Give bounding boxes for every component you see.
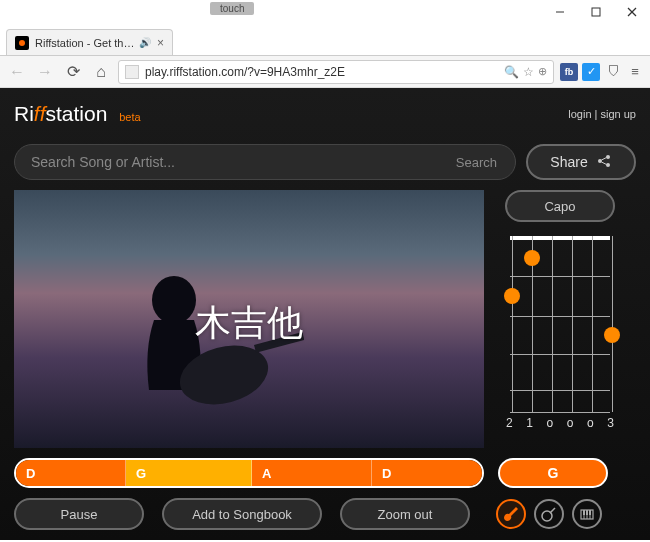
login-link[interactable]: login [568, 108, 591, 120]
extension-icon[interactable]: ✓ [582, 63, 600, 81]
chord-column: Capo 2 1 o [498, 190, 622, 448]
svg-rect-1 [592, 8, 600, 16]
favicon-icon [15, 36, 29, 50]
home-button[interactable]: ⌂ [90, 61, 112, 83]
fret-label: o [587, 416, 594, 430]
logo-ff: ff [34, 102, 46, 125]
chord-timeline[interactable]: D G A D [14, 458, 484, 488]
tab-bar: Riffstation - Get the cl 🔊 × [0, 26, 650, 56]
zoom-out-button[interactable]: Zoom out [340, 498, 470, 530]
ukulele-icon[interactable] [534, 499, 564, 529]
search-button[interactable]: Search [444, 148, 509, 176]
fret-label: o [547, 416, 554, 430]
app-header: Riffstation beta login | sign up [14, 98, 636, 130]
add-to-songbook-button[interactable]: Add to Songbook [162, 498, 322, 530]
shield-icon[interactable]: ⛉ [604, 63, 622, 81]
svg-line-13 [550, 508, 555, 513]
svg-line-8 [601, 162, 606, 165]
fret-label: o [567, 416, 574, 430]
browser-toolbar: ← → ⟳ ⌂ play.riffstation.com/?v=9HA3mhr_… [0, 56, 650, 88]
chord-segment[interactable]: A [252, 460, 372, 486]
maximize-button[interactable] [578, 0, 614, 24]
fret-label: 1 [526, 416, 533, 430]
finger-dot [604, 327, 620, 343]
window-titlebar: touch [0, 0, 650, 28]
search-container: Search [14, 144, 516, 180]
url-bar[interactable]: play.riffstation.com/?v=9HA3mhr_z2E 🔍 ☆ … [118, 60, 554, 84]
svg-point-9 [152, 276, 196, 324]
back-button[interactable]: ← [6, 61, 28, 83]
url-text: play.riffstation.com/?v=9HA3mhr_z2E [145, 65, 504, 79]
search-input[interactable] [31, 154, 444, 170]
page-icon [125, 65, 139, 79]
tab-title: Riffstation - Get the cl [35, 37, 135, 49]
fretboard-diagram [504, 236, 616, 412]
video-overlay-text: 木吉他 [195, 299, 303, 348]
audio-playing-icon[interactable]: 🔊 [139, 37, 151, 48]
reload-button[interactable]: ⟳ [62, 61, 84, 83]
svg-point-6 [606, 163, 610, 167]
finger-dot [504, 288, 520, 304]
share-button[interactable]: Share [526, 144, 636, 180]
touch-label: touch [210, 2, 254, 15]
fret-label: 2 [506, 416, 513, 430]
svg-rect-20 [589, 510, 591, 515]
finger-dot [524, 250, 540, 266]
app-content: Riffstation beta login | sign up Search … [0, 88, 650, 540]
menu-icon[interactable]: ≡ [626, 63, 644, 81]
chord-segment-active[interactable]: G [126, 460, 252, 486]
share-label: Share [550, 154, 587, 170]
forward-button[interactable]: → [34, 61, 56, 83]
capo-button[interactable]: Capo [505, 190, 615, 222]
signup-link[interactable]: sign up [601, 108, 636, 120]
facebook-extension-icon[interactable]: fb [560, 63, 578, 81]
search-engine-icon[interactable]: 🔍 [504, 65, 519, 79]
fret-labels: 2 1 o o o 3 [504, 416, 616, 430]
minimize-button[interactable] [542, 0, 578, 24]
auth-links: login | sign up [568, 108, 636, 120]
pause-button[interactable]: Pause [14, 498, 144, 530]
chord-segment[interactable]: D [16, 460, 126, 486]
window-close-button[interactable] [614, 0, 650, 24]
tab-close-icon[interactable]: × [157, 36, 164, 50]
browser-tab[interactable]: Riffstation - Get the cl 🔊 × [6, 29, 173, 55]
svg-point-5 [606, 155, 610, 159]
chord-segment[interactable]: D [372, 460, 482, 486]
piano-icon[interactable] [572, 499, 602, 529]
beta-label: beta [119, 111, 140, 123]
video-column: 木吉他 [14, 190, 484, 448]
translate-icon[interactable]: ⊕ [538, 65, 547, 78]
current-chord-badge: G [498, 458, 608, 488]
logo[interactable]: Riffstation beta [14, 102, 141, 126]
svg-rect-19 [586, 510, 588, 515]
logo-post: station [46, 102, 108, 125]
svg-line-7 [601, 157, 606, 160]
instrument-selector [496, 499, 602, 529]
bookmark-icon[interactable]: ☆ [523, 65, 534, 79]
logo-pre: Ri [14, 102, 34, 125]
video-frame-art [104, 260, 304, 440]
video-player[interactable]: 木吉他 [14, 190, 484, 448]
toolbar-extensions: fb ✓ ⛉ ≡ [560, 63, 644, 81]
window-controls [542, 0, 650, 24]
guitar-icon[interactable] [496, 499, 526, 529]
svg-rect-18 [583, 510, 585, 515]
share-icon [596, 153, 612, 172]
fret-label: 3 [607, 416, 614, 430]
